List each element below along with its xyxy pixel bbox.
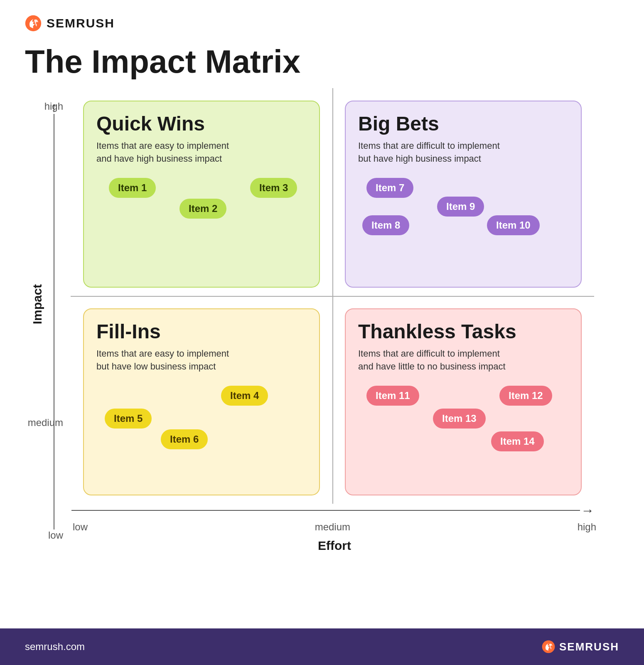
y-tick-high: high [44,101,67,112]
quadrant-quick-wins: Quick Wins Items that are easy to implem… [71,88,332,296]
x-axis-label: Effort [318,539,351,552]
item-10-badge: Item 10 [487,215,540,235]
item-7-badge: Item 7 [366,178,413,198]
matrix-grid: Quick Wins Items that are easy to implem… [71,88,594,504]
quick-wins-title: Quick Wins [96,113,307,135]
item-11-badge: Item 11 [366,386,419,406]
item-12-badge: Item 12 [499,386,552,406]
quadrant-fill-ins: Fill-Ins Items that are easy to implemen… [71,296,332,504]
fill-ins-title: Fill-Ins [96,321,307,343]
item-8-badge: Item 8 [362,215,409,235]
item-13-badge: Item 13 [433,409,486,429]
thankless-items: Item 11 Item 12 Item 13 Item 14 [358,382,568,456]
svg-point-1 [542,640,555,653]
y-tick-medium: medium [28,417,67,429]
big-bets-desc: Items that are difficult to implementbut… [358,139,568,166]
big-bets-items: Item 7 Item 9 Item 8 Item 10 [358,174,568,249]
header: SEMRUSH [0,0,644,36]
footer-logo-text: SEMRUSH [559,640,619,653]
quick-wins-items: Item 1 Item 2 Item 3 [96,174,307,249]
page-title: The Impact Matrix [0,36,644,84]
y-axis-label: Impact [30,284,44,324]
item-9-badge: Item 9 [437,197,484,217]
quick-wins-desc: Items that are easy to implementand have… [96,139,307,166]
footer-logo: SEMRUSH [542,640,619,653]
svg-point-0 [25,15,41,31]
semrush-logo-icon [25,15,42,32]
thankless-desc: Items that are difficult to implementand… [358,347,568,374]
quadrant-thankless: Thankless Tasks Items that are difficult… [332,296,594,504]
fill-ins-desc: Items that are easy to implementbut have… [96,347,307,374]
quadrant-big-bets: Big Bets Items that are difficult to imp… [332,88,594,296]
footer-semrush-icon [542,640,555,653]
item-2-badge: Item 2 [179,199,226,219]
x-axis-arrow: → [581,504,594,517]
big-bets-title: Big Bets [358,113,568,135]
x-tick-low: low [73,521,88,533]
item-1-badge: Item 1 [109,178,156,198]
thankless-title: Thankless Tasks [358,321,568,343]
x-tick-high: high [578,521,596,533]
item-6-badge: Item 6 [161,429,208,449]
x-tick-medium: medium [315,521,350,533]
item-5-badge: Item 5 [105,409,152,429]
footer-url: semrush.com [25,641,85,653]
footer: semrush.com SEMRUSH [0,628,644,665]
fill-ins-items: Item 4 Item 5 Item 6 [96,382,307,456]
y-tick-low: low [48,530,67,541]
item-14-badge: Item 14 [491,431,544,451]
item-3-badge: Item 3 [250,178,297,198]
header-logo-text: SEMRUSH [47,16,115,30]
item-4-badge: Item 4 [221,386,268,406]
